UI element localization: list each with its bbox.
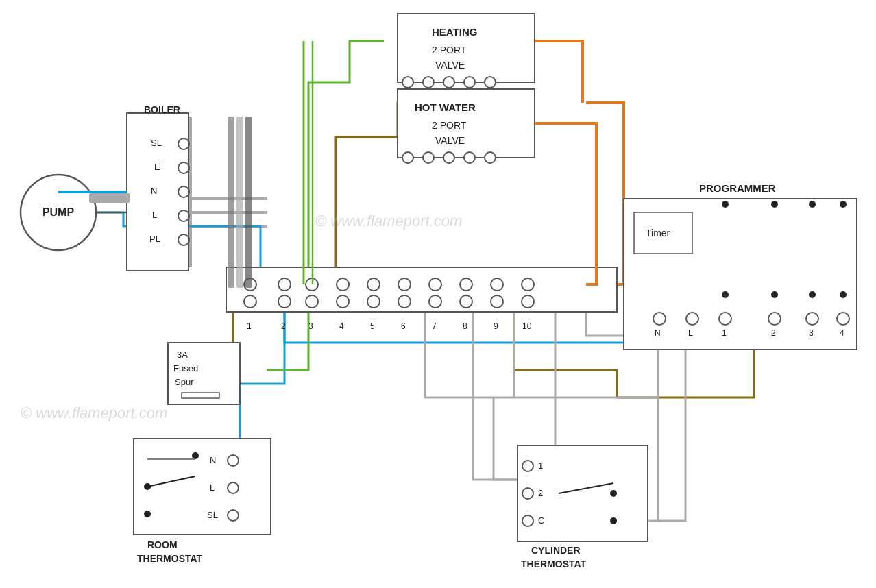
svg-text:L: L: [152, 210, 157, 220]
svg-point-49: [429, 295, 441, 308]
svg-point-67: [464, 77, 475, 88]
svg-text:BOILER: BOILER: [144, 104, 180, 115]
svg-point-97: [837, 313, 849, 325]
svg-point-54: [491, 278, 503, 291]
svg-text:1: 1: [722, 328, 727, 338]
svg-text:7: 7: [432, 321, 437, 331]
svg-text:1: 1: [247, 321, 252, 331]
svg-point-21: [178, 234, 189, 245]
svg-text:3: 3: [809, 328, 814, 338]
svg-text:3A: 3A: [177, 350, 188, 360]
svg-text:1: 1: [538, 461, 543, 471]
svg-point-113: [228, 510, 239, 521]
svg-point-34: [278, 295, 291, 308]
svg-text:N: N: [151, 186, 157, 196]
svg-text:9: 9: [494, 321, 498, 331]
svg-text:VALVE: VALVE: [435, 135, 465, 146]
pump-label: PUMP: [42, 206, 75, 218]
svg-point-68: [485, 77, 496, 88]
svg-text:C: C: [538, 515, 544, 526]
svg-point-129: [610, 490, 617, 497]
svg-text:PROGRAMMER: PROGRAMMER: [699, 182, 776, 194]
svg-point-124: [522, 488, 533, 499]
svg-point-40: [337, 295, 349, 308]
svg-point-103: [722, 291, 729, 298]
svg-point-77: [485, 152, 496, 163]
svg-point-46: [398, 295, 411, 308]
svg-point-58: [522, 295, 534, 308]
svg-point-122: [522, 461, 533, 471]
svg-text:L: L: [688, 328, 693, 338]
svg-point-91: [719, 313, 731, 325]
svg-rect-133: [228, 117, 234, 288]
svg-point-116: [144, 483, 151, 490]
svg-point-66: [443, 77, 454, 88]
svg-point-31: [244, 295, 256, 308]
svg-point-108: [192, 452, 199, 459]
svg-text:Timer: Timer: [646, 228, 670, 238]
svg-point-109: [228, 455, 239, 466]
svg-text:5: 5: [370, 321, 375, 331]
svg-point-57: [522, 278, 534, 291]
svg-point-65: [423, 77, 434, 88]
svg-rect-135: [245, 117, 252, 288]
svg-text:10: 10: [522, 321, 532, 331]
svg-text:6: 6: [401, 321, 406, 331]
svg-point-33: [278, 278, 291, 291]
svg-text:CYLINDER: CYLINDER: [531, 545, 581, 556]
svg-rect-107: [134, 439, 271, 535]
svg-point-17: [178, 138, 189, 149]
svg-point-95: [806, 313, 818, 325]
svg-point-39: [337, 278, 349, 291]
svg-point-20: [178, 210, 189, 221]
svg-point-117: [144, 511, 151, 517]
svg-point-18: [178, 162, 189, 173]
svg-text:N: N: [210, 455, 216, 465]
svg-point-101: [809, 201, 816, 208]
svg-rect-121: [518, 445, 648, 541]
svg-text:SL: SL: [151, 138, 162, 148]
svg-text:2 PORT: 2 PORT: [432, 45, 467, 56]
svg-text:THERMOSTAT: THERMOSTAT: [137, 553, 203, 564]
svg-point-126: [522, 515, 533, 526]
svg-text:L: L: [210, 482, 215, 493]
svg-point-45: [398, 278, 411, 291]
svg-text:2: 2: [771, 328, 776, 338]
svg-rect-134: [236, 117, 243, 288]
svg-point-37: [306, 295, 318, 308]
svg-text:THERMOSTAT: THERMOSTAT: [521, 559, 587, 569]
svg-point-42: [367, 278, 380, 291]
svg-text:HEATING: HEATING: [432, 26, 477, 38]
svg-text:2: 2: [538, 488, 543, 498]
svg-text:SL: SL: [207, 510, 218, 520]
svg-point-89: [686, 313, 698, 325]
wiring-diagram: PUMP BOILER SL E N L PL 1 2 3: [0, 0, 876, 588]
svg-text:ROOM: ROOM: [147, 539, 178, 550]
svg-point-52: [460, 295, 472, 308]
svg-point-19: [178, 186, 189, 197]
svg-point-87: [653, 313, 666, 325]
svg-text:Fused: Fused: [173, 363, 198, 373]
svg-text:PL: PL: [149, 234, 160, 244]
svg-text:HOT WATER: HOT WATER: [415, 101, 476, 113]
svg-point-55: [491, 295, 503, 308]
svg-point-111: [228, 482, 239, 493]
svg-point-93: [768, 313, 781, 325]
svg-point-43: [367, 295, 380, 308]
svg-point-106: [840, 291, 847, 298]
svg-point-64: [402, 77, 413, 88]
svg-text:Spur: Spur: [175, 377, 194, 387]
svg-text:4: 4: [339, 321, 344, 331]
svg-point-76: [464, 152, 475, 163]
svg-text:E: E: [154, 162, 160, 172]
svg-point-102: [840, 201, 847, 208]
svg-text:N: N: [655, 328, 661, 338]
svg-point-48: [429, 278, 441, 291]
svg-text:2 PORT: 2 PORT: [432, 120, 467, 131]
svg-point-99: [722, 201, 729, 208]
svg-point-73: [402, 152, 413, 163]
svg-text:3: 3: [308, 321, 313, 331]
svg-point-100: [771, 201, 778, 208]
svg-point-51: [460, 278, 472, 291]
svg-text:4: 4: [840, 328, 844, 338]
